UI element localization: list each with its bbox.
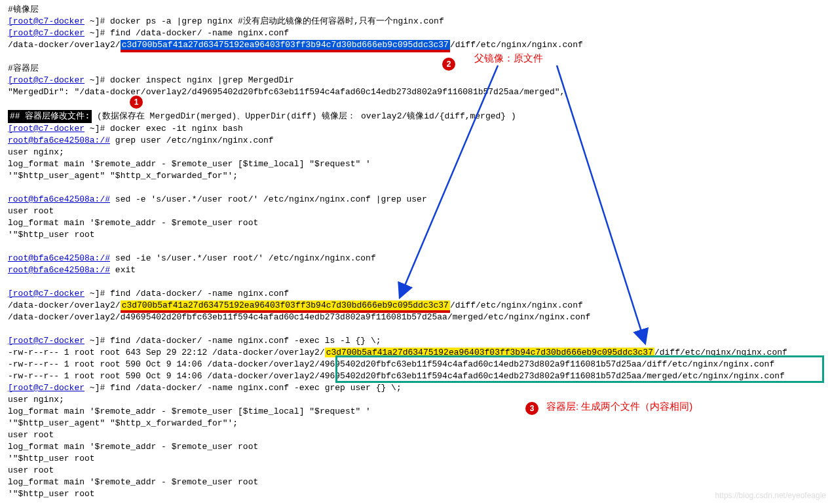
terminal-content: #镜像层 [root@c7-docker ~]# docker ps -a |g… bbox=[8, 4, 822, 500]
anno-parent-image: 父镜像：原文件 bbox=[474, 52, 543, 64]
cmd: docker ps -a |grep nginx #没有启动此镜像的任何容器时,… bbox=[110, 16, 444, 26]
anno-num-3: 3 bbox=[525, 402, 538, 415]
anno-container-layer: 容器层: 生成两个文件（内容相同) bbox=[546, 401, 692, 412]
comment-container-layer: #容器层 bbox=[8, 63, 822, 75]
hash-image-highlight-blue: c3d700b5af41a27d63475192ea96403f03ff3b94… bbox=[121, 40, 450, 52]
anno-num-1: 1 bbox=[130, 96, 143, 109]
prompt-container: root@bfa6ce42508a:/# bbox=[8, 135, 110, 145]
comment-image-layer: #镜像层 bbox=[8, 4, 822, 16]
black-box-label: ## 容器层修改文件: bbox=[8, 110, 92, 123]
watermark: https://blog.csdn.net/eyeofeagle bbox=[715, 490, 826, 501]
anno-num-2: 2 bbox=[442, 58, 455, 71]
rect-highlight bbox=[335, 355, 824, 383]
prompt-host: [root@c7-docker bbox=[8, 16, 85, 26]
